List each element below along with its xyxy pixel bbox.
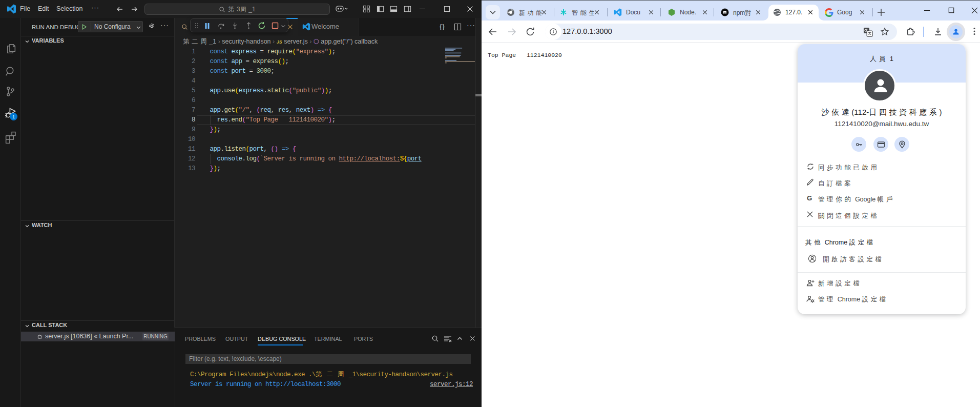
svg-text:G: G — [807, 194, 812, 202]
